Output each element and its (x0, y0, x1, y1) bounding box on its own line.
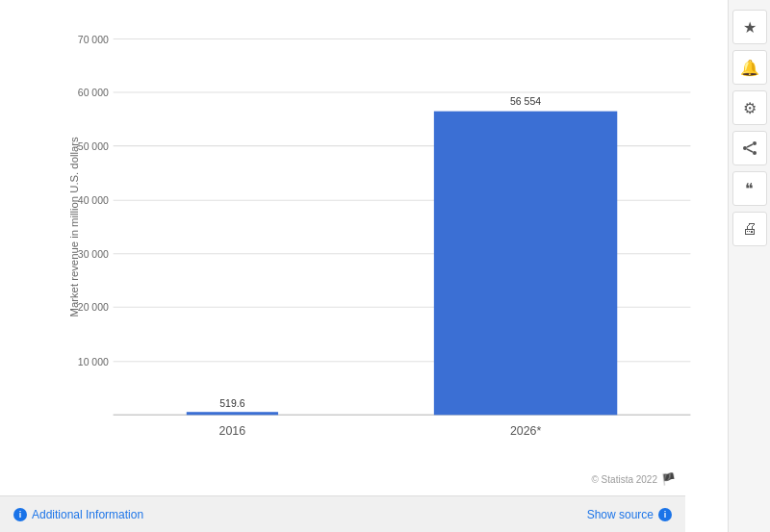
flag-icon: 🏴 (661, 472, 676, 486)
settings-button[interactable]: ⚙ (732, 90, 767, 125)
svg-text:2016: 2016 (219, 422, 246, 438)
svg-line-24 (747, 149, 753, 152)
svg-text:2026*: 2026* (510, 422, 541, 438)
svg-text:50 000: 50 000 (78, 139, 109, 151)
show-source-button[interactable]: Show source i (587, 508, 672, 521)
chart-area: 70 000 60 000 50 000 40 000 30 000 20 00… (0, 0, 728, 532)
svg-text:40 000: 40 000 (78, 194, 109, 206)
svg-text:10 000: 10 000 (78, 356, 109, 367)
statista-credit: © Statista 2022 🏴 (591, 472, 676, 486)
chart-svg: 70 000 60 000 50 000 40 000 30 000 20 00… (67, 19, 718, 474)
bookmark-button[interactable]: ★ (732, 10, 767, 44)
svg-text:20 000: 20 000 (78, 301, 109, 313)
quote-button[interactable]: ❝ (732, 171, 767, 206)
notification-button[interactable]: 🔔 (732, 50, 767, 85)
svg-point-20 (753, 141, 757, 145)
svg-point-22 (753, 151, 757, 155)
svg-text:519.6: 519.6 (219, 397, 244, 409)
svg-text:30 000: 30 000 (78, 247, 109, 259)
additional-info-button[interactable]: i Additional Information (13, 508, 143, 521)
bar-2026 (434, 112, 617, 416)
svg-line-23 (747, 144, 753, 147)
main-container: 70 000 60 000 50 000 40 000 30 000 20 00… (0, 0, 770, 532)
svg-point-21 (743, 146, 747, 150)
svg-text:60 000: 60 000 (78, 87, 109, 98)
svg-text:Market revenue in million U.S.: Market revenue in million U.S. dollars (69, 137, 81, 317)
credit-text: © Statista 2022 (591, 474, 657, 485)
info-icon-left: i (13, 508, 27, 521)
bar-2016 (187, 412, 278, 415)
share-button[interactable] (732, 131, 767, 165)
print-button[interactable]: 🖨 (732, 212, 767, 246)
additional-info-label: Additional Information (32, 508, 143, 521)
svg-text:56 554: 56 554 (510, 95, 541, 107)
sidebar: ★ 🔔 ⚙ ❝ 🖨 (728, 0, 770, 532)
info-icon-right: i (658, 508, 672, 521)
show-source-label: Show source (587, 508, 654, 521)
svg-text:70 000: 70 000 (78, 33, 109, 44)
footer-bar: i Additional Information Show source i (0, 495, 685, 532)
